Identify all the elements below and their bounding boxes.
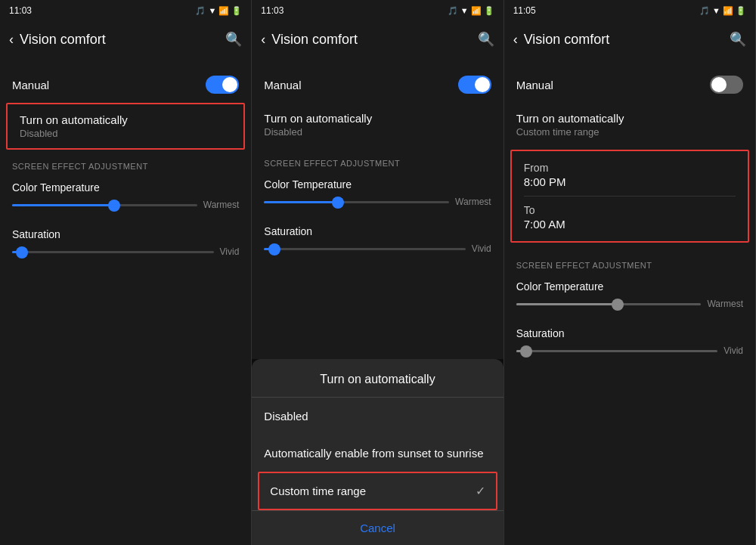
color-temp-thumb-3[interactable]	[612, 299, 624, 311]
status-bar-2: 11:03 🎵 ▼ 📶 🔋	[252, 0, 503, 21]
turn-on-auto-row-1[interactable]: Turn on automatically Disabled	[8, 104, 243, 148]
status-bar-1: 11:03 🎵 ▼ 📶 🔋	[0, 0, 251, 21]
turn-on-auto-title-3: Turn on automatically	[516, 112, 743, 125]
color-temp-slider-row-3: Warmest	[516, 299, 743, 309]
manual-row-2: Manual	[252, 67, 503, 103]
content-3: Manual Turn on automatically Custom time…	[504, 57, 755, 545]
saturation-track-2[interactable]	[264, 248, 466, 250]
to-value-3: 7:00 AM	[524, 218, 736, 231]
status-icons-3: 🎵 ▼ 📶 🔋	[699, 6, 746, 16]
dialog-option-custom-highlight: Custom time range ✓	[258, 472, 497, 510]
dialog-option-custom-label: Custom time range	[270, 485, 366, 497]
dialog-title-2: Turn on automatically	[252, 359, 503, 398]
section-label-3: SCREEN EFFECT ADJUSTMENT	[504, 249, 755, 274]
saturation-thumb-2[interactable]	[268, 243, 280, 255]
status-icons-1: 🎵 ▼ 📶 🔋	[195, 6, 242, 16]
nav-bar-2: ‹ Vision comfort 🔍	[252, 21, 503, 57]
manual-toggle-3[interactable]	[710, 76, 743, 94]
turn-on-auto-sub-1: Disabled	[20, 128, 231, 139]
saturation-section-3: Saturation Vivid	[504, 321, 755, 368]
dialog-option-sunset[interactable]: Automatically enable from sunset to sunr…	[252, 435, 503, 472]
nav-title-2: Vision comfort	[271, 32, 471, 48]
turn-on-auto-title-1: Turn on automatically	[20, 113, 231, 126]
signal-icon-3: 🎵	[699, 6, 710, 16]
signal-icon-1: 🎵	[195, 6, 206, 16]
manual-toggle-2[interactable]	[458, 76, 491, 94]
color-temp-fill-3	[516, 303, 618, 305]
section-label-2: SCREEN EFFECT ADJUSTMENT	[252, 147, 503, 172]
color-temp-end-2: Warmest	[455, 197, 491, 207]
saturation-section-2: Saturation Vivid	[252, 219, 503, 266]
battery-icon-1: 🔋	[231, 6, 242, 16]
color-temp-thumb-2[interactable]	[332, 197, 344, 209]
content-1: Manual Turn on automatically Disabled SC…	[0, 57, 251, 545]
wifi-icon-3: ▼	[712, 6, 720, 15]
network-icon-1: 📶	[218, 6, 229, 16]
search-icon-2[interactable]: 🔍	[478, 31, 494, 48]
color-temp-slider-row-1: Warmest	[12, 200, 239, 210]
battery-icon-3: 🔋	[736, 6, 746, 16]
color-temp-track-3[interactable]	[516, 303, 702, 305]
panel-2: 11:03 🎵 ▼ 📶 🔋 ‹ Vision comfort 🔍 Manual …	[252, 0, 503, 545]
saturation-slider-row-3: Vivid	[516, 345, 743, 356]
turn-on-auto-sub-3: Custom time range	[516, 126, 743, 138]
from-label-3: From	[524, 162, 736, 174]
turn-on-auto-row-3[interactable]: Turn on automatically Custom time range	[504, 103, 755, 147]
dialog-option-sunset-label: Automatically enable from sunset to sunr…	[264, 447, 483, 460]
saturation-section-1: Saturation Vivid	[0, 222, 251, 269]
color-temp-thumb-1[interactable]	[108, 200, 120, 212]
manual-label-3: Manual	[516, 79, 553, 91]
color-temp-end-1: Warmest	[203, 200, 240, 210]
saturation-slider-row-1: Vivid	[12, 246, 239, 257]
dialog-overlay-2: Turn on automatically Disabled Automatic…	[252, 359, 503, 545]
color-temp-track-1[interactable]	[12, 204, 197, 206]
section-label-1: SCREEN EFFECT ADJUSTMENT	[0, 150, 251, 175]
saturation-thumb-3[interactable]	[520, 345, 532, 358]
color-temp-track-2[interactable]	[264, 201, 449, 203]
status-bar-3: 11:05 🎵 ▼ 📶 🔋	[504, 0, 755, 21]
from-value-3: 8:00 PM	[524, 175, 736, 188]
saturation-end-2: Vivid	[472, 243, 491, 254]
network-icon-3: 📶	[723, 6, 733, 16]
color-temp-label-2: Color Temperature	[264, 178, 491, 190]
panel-1: 11:03 🎵 ▼ 📶 🔋 ‹ Vision comfort 🔍 Manual …	[0, 0, 252, 545]
search-icon-1[interactable]: 🔍	[225, 31, 242, 48]
time-2: 11:03	[261, 5, 284, 16]
manual-label-2: Manual	[264, 79, 301, 91]
manual-toggle-1[interactable]	[206, 76, 239, 94]
color-temp-section-2: Color Temperature Warmest	[252, 172, 503, 219]
turn-on-auto-title-2: Turn on automatically	[264, 112, 491, 125]
color-temp-section-3: Color Temperature Warmest	[504, 274, 755, 321]
color-temp-label-1: Color Temperature	[12, 181, 239, 194]
color-temp-fill-2	[264, 201, 338, 203]
status-icons-2: 🎵 ▼ 📶 🔋	[448, 6, 494, 16]
nav-title-1: Vision comfort	[20, 32, 219, 48]
color-temp-label-3: Color Temperature	[516, 280, 743, 293]
from-row-3[interactable]: From 8:00 PM	[512, 154, 748, 196]
saturation-label-3: Saturation	[516, 327, 743, 339]
search-icon-3[interactable]: 🔍	[730, 31, 746, 48]
dialog-2: Turn on automatically Disabled Automatic…	[252, 359, 503, 545]
back-button-3[interactable]: ‹	[513, 32, 518, 48]
back-button-1[interactable]: ‹	[9, 32, 14, 48]
time-1: 11:03	[9, 5, 32, 16]
back-button-2[interactable]: ‹	[261, 32, 265, 48]
dialog-option-custom[interactable]: Custom time range ✓	[259, 473, 495, 509]
turn-on-auto-sub-2: Disabled	[264, 126, 491, 138]
time-section-3: From 8:00 PM To 7:00 AM	[510, 150, 749, 243]
dialog-option-disabled-label: Disabled	[264, 410, 308, 423]
panel-3: 11:05 🎵 ▼ 📶 🔋 ‹ Vision comfort 🔍 Manual …	[504, 0, 756, 545]
color-temp-end-3: Warmest	[707, 299, 743, 309]
turn-on-auto-row-2[interactable]: Turn on automatically Disabled	[252, 103, 503, 147]
battery-icon-2: 🔋	[484, 6, 494, 16]
dialog-option-disabled[interactable]: Disabled	[252, 398, 503, 435]
saturation-track-3[interactable]	[516, 350, 718, 352]
nav-title-3: Vision comfort	[524, 32, 723, 48]
wifi-icon-2: ▼	[460, 6, 469, 15]
saturation-label-2: Saturation	[264, 225, 491, 237]
dialog-cancel-button[interactable]: Cancel	[252, 510, 503, 545]
to-row-3[interactable]: To 7:00 AM	[512, 197, 748, 238]
color-temp-section-1: Color Temperature Warmest	[0, 175, 251, 222]
saturation-track-1[interactable]	[12, 251, 214, 253]
saturation-thumb-1[interactable]	[16, 246, 28, 259]
